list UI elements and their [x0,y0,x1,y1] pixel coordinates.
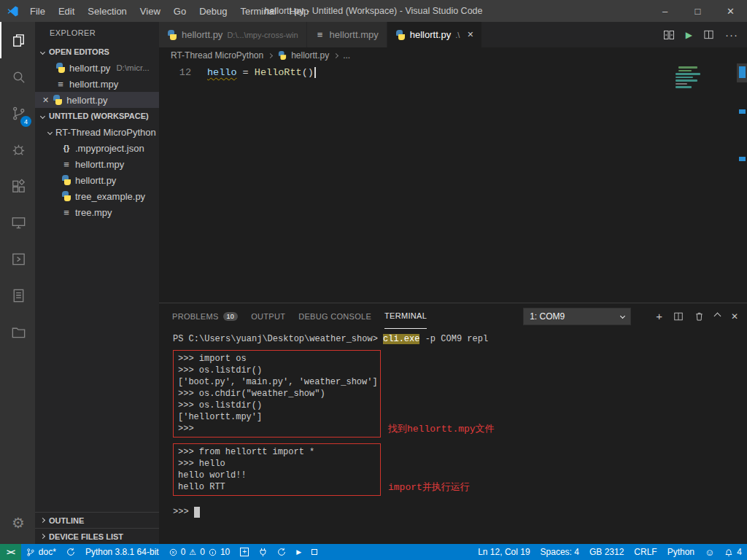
open-editor-item[interactable]: ≡ hellortt.mpy [35,76,159,92]
close-editor-icon[interactable]: ✕ [42,96,49,105]
terminal-prompt-line: PS C:\Users\yuanj\Desktop\weather_show> … [173,333,747,345]
more-actions-icon[interactable]: ··· [725,28,738,41]
panel-actions: + ✕ [656,311,738,322]
file-mpyproject-json[interactable]: {} .mpyproject.json [35,140,159,156]
terminal-selector[interactable]: 1: COM9 [523,308,631,325]
chevron-down-icon [40,49,45,54]
run-item[interactable]: ▶ [291,544,306,560]
menu-debug[interactable]: Debug [193,6,233,17]
encoding-item[interactable]: GB 2312 [584,544,629,560]
file-tree-example-py[interactable]: tree_example.py [35,188,159,204]
open-editor-item-active[interactable]: ✕ hellortt.py [35,92,159,108]
overview-ruler[interactable] [737,63,747,303]
warning-icon: ⚠ [189,548,196,556]
branch-icon [26,548,35,557]
annotation-import-run: import并执行运行 [388,482,470,494]
remote-explorer-icon[interactable] [0,204,35,241]
build-add-item[interactable]: + [235,544,254,560]
menu-go[interactable]: Go [167,6,193,17]
terminal[interactable]: PS C:\Users\yuanj\Desktop\weather_show> … [159,329,747,544]
chevron-down-icon [47,129,53,134]
split-editor-icon[interactable] [703,29,714,40]
cursor-position-item[interactable]: Ln 12, Col 19 [473,544,535,560]
file-tree-mpy[interactable]: ≡ tree.mpy [35,204,159,220]
file-hellortt-mpy[interactable]: ≡ hellortt.mpy [35,156,159,172]
plug-icon [259,548,267,557]
close-panel-icon[interactable]: ✕ [731,311,738,322]
terminal-cursor [194,507,200,518]
device-files-section-header[interactable]: DEVICE FILES LIST [35,528,159,544]
close-window-button[interactable]: ✕ [714,0,747,22]
eol-item[interactable]: CRLF [629,544,662,560]
breadcrumb-folder[interactable]: RT-Thread MicroPython [171,50,263,61]
sync-item[interactable] [61,544,80,560]
minimize-button[interactable]: – [649,0,681,22]
tab-hellortt-py-active[interactable]: hellortt.py .\ ✕ [387,22,483,47]
new-terminal-icon[interactable]: + [656,311,662,322]
kill-terminal-icon[interactable] [694,311,704,322]
text-cursor [314,67,316,78]
tab-hellortt-py-cross[interactable]: hellortt.py D:\...\mpy-cross-win [159,22,307,47]
tab-output[interactable]: OUTPUT [251,303,285,329]
device-document-icon[interactable] [0,277,35,314]
window-title: hellortt.py - Untitled (Workspace) - Vis… [265,6,483,16]
editor-tab-bar: hellortt.py D:\...\mpy-cross-win ≡ hello… [159,22,747,47]
download-sync-item[interactable] [272,544,291,560]
python-file-icon [278,51,287,60]
stop-item[interactable] [306,544,322,560]
git-branch-item[interactable]: doc* [21,544,61,560]
menu-file[interactable]: File [23,6,52,17]
remote-indicator[interactable]: >< [0,544,21,560]
code-editor[interactable]: 12 hello = HelloRtt() [159,63,747,303]
panel-header: PROBLEMS 10 OUTPUT DEBUG CONSOLE TERMINA… [159,303,747,329]
maximize-panel-icon[interactable] [713,313,721,320]
maximize-button[interactable]: □ [681,0,714,22]
breadcrumb-file[interactable]: hellortt.py [277,50,329,61]
device-folder-icon[interactable] [0,314,35,350]
chevron-down-icon [40,113,45,118]
workspace-header[interactable]: UNTITLED (WORKSPACE) [35,108,159,124]
split-terminal-icon[interactable] [673,311,684,322]
status-bar: >< doc* Python 3.8.1 64-bit 0 ⚠ 0 10 + [0,544,747,560]
run-file-icon[interactable]: ▶ [686,30,692,40]
open-editors-header[interactable]: OPEN EDITORS [35,44,159,60]
open-editor-item[interactable]: hellortt.py D:\micr... [35,60,159,76]
feedback-item[interactable]: ☺ [700,544,719,560]
overview-ruler-mark [739,109,746,114]
menu-selection[interactable]: Selection [81,6,133,17]
minimap[interactable] [674,65,735,152]
menu-edit[interactable]: Edit [52,6,81,17]
search-icon[interactable] [0,58,35,95]
problems-summary-item[interactable]: 0 ⚠ 0 10 [164,544,236,560]
close-tab-icon[interactable]: ✕ [467,30,473,39]
notifications-item[interactable]: 4 [719,544,747,560]
scm-badge: 4 [20,116,31,127]
connect-device-item[interactable] [254,544,272,560]
titlebar: File Edit Selection View Go Debug Termin… [0,0,747,22]
tab-hellortt-mpy[interactable]: ≡ hellortt.mpy [307,22,387,47]
debug-icon[interactable] [0,131,35,168]
folder-rt-thread-micropython[interactable]: RT-Thread MicroPython [35,124,159,140]
source-control-icon[interactable]: 4 [0,95,35,131]
settings-gear-icon[interactable]: ⚙ [0,505,35,541]
tab-problems[interactable]: PROBLEMS 10 [172,303,238,329]
tab-terminal[interactable]: TERMINAL [384,303,427,329]
file-hellortt-py[interactable]: hellortt.py [35,172,159,188]
breadcrumb-symbol[interactable]: ... [343,50,350,61]
menu-view[interactable]: View [133,6,167,17]
code-line: hello = HelloRtt() [207,66,316,79]
chevron-down-icon [620,314,625,319]
compare-changes-icon[interactable] [663,29,675,41]
terminal-input-line[interactable]: >>> [173,506,747,518]
language-mode-item[interactable]: Python [662,544,700,560]
outline-section-header[interactable]: OUTLINE [35,512,159,528]
error-icon [169,548,177,556]
breadcrumb: RT-Thread MicroPython hellortt.py ... [159,47,747,63]
indentation-item[interactable]: Spaces: 4 [535,544,584,560]
python-interpreter-item[interactable]: Python 3.8.1 64-bit [80,544,164,560]
highlighted-command: cli.exe [383,334,419,344]
explorer-icon[interactable] [0,22,35,58]
extensions-icon[interactable] [0,168,35,204]
tab-debug-console[interactable]: DEBUG CONSOLE [298,303,371,329]
device-run-icon[interactable] [0,241,35,277]
